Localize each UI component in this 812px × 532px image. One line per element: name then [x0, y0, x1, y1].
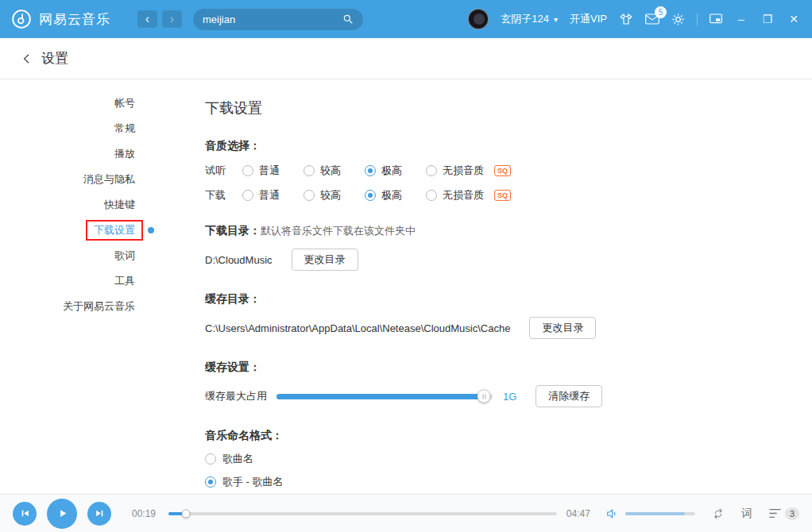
search-input[interactable] — [203, 13, 342, 25]
username[interactable]: 玄阴子124 — [501, 12, 549, 26]
radio-label: 普通 — [259, 164, 280, 178]
radio-icon[interactable] — [365, 165, 376, 176]
download-dir-label: 下载目录：默认将音乐文件下载在该文件夹中 — [205, 224, 788, 238]
sidebar-item-download-settings[interactable]: 下载设置 — [0, 218, 156, 243]
quality-group: 音质选择： 试听 普通 较高 极高 无损音质SQ 下载 普通 较高 极高 无损音… — [205, 139, 788, 202]
cache-slider-handle[interactable] — [478, 390, 491, 403]
app-window: 网易云音乐 ‹ › 玄阴子124 ▾ 开通VIP — [0, 0, 812, 532]
forward-button[interactable]: › — [162, 10, 182, 28]
sidebar-item-about[interactable]: 关于网易云音乐 — [0, 294, 156, 319]
sidebar-item-label: 消息与隐私 — [83, 172, 135, 187]
mail-badge: 5 — [655, 6, 667, 18]
playlist-icon[interactable]: 3 — [768, 507, 799, 520]
cache-dir-path: C:\Users\Administrator\AppData\Local\Net… — [205, 322, 510, 334]
settings-gear-icon[interactable] — [671, 13, 685, 26]
settings-main: 帐号 常规 播放 消息与隐私 快捷键 下载设置 歌词 工具 关于网易云音乐 下载… — [0, 79, 812, 494]
search-box[interactable] — [193, 9, 363, 30]
mail-icon[interactable]: 5 — [645, 13, 659, 25]
maximize-icon[interactable]: ❐ — [760, 13, 775, 25]
sidebar-item-tools[interactable]: 工具 — [0, 268, 156, 294]
back-icon: ‹ — [145, 13, 149, 25]
radio-download-extreme[interactable]: 极高 — [365, 188, 426, 202]
radio-listen-lossless[interactable]: 无损音质SQ — [426, 164, 511, 178]
radio-label: 歌手 - 歌曲名 — [222, 475, 284, 489]
back-button[interactable]: ‹ — [137, 10, 157, 28]
radio-label: 普通 — [259, 188, 280, 202]
radio-naming-artist-song[interactable]: 歌手 - 歌曲名 — [205, 475, 788, 489]
mini-player-icon[interactable] — [710, 13, 722, 25]
vip-link[interactable]: 开通VIP — [570, 12, 607, 26]
settings-sidebar: 帐号 常规 播放 消息与隐私 快捷键 下载设置 歌词 工具 关于网易云音乐 — [0, 79, 156, 494]
cache-size-slider[interactable] — [276, 394, 493, 399]
volume-slider[interactable] — [625, 512, 695, 515]
repeat-mode-icon[interactable] — [711, 507, 725, 521]
sidebar-item-lyrics[interactable]: 歌词 — [0, 243, 156, 268]
cache-slider-label: 缓存最大占用 — [205, 389, 267, 403]
search-icon[interactable] — [342, 13, 354, 25]
radio-icon[interactable] — [242, 165, 253, 176]
progress-slider[interactable] — [168, 512, 557, 515]
page-header: 设置 — [0, 38, 812, 79]
minimize-icon[interactable]: – — [734, 13, 748, 25]
radio-icon[interactable] — [426, 165, 437, 176]
sidebar-item-label: 工具 — [114, 274, 135, 288]
change-download-dir-button[interactable]: 更改目录 — [292, 249, 358, 271]
quality-row-listen: 试听 普通 较高 极高 无损音质SQ — [205, 164, 788, 178]
radio-label: 极高 — [381, 164, 402, 178]
clear-cache-button[interactable]: 清除缓存 — [536, 385, 602, 407]
radio-label: 无损音质 — [443, 164, 484, 178]
volume-icon[interactable] — [605, 507, 619, 520]
sidebar-item-general[interactable]: 常规 — [0, 116, 156, 141]
radio-label: 无损音质 — [443, 188, 484, 202]
next-track-button[interactable] — [87, 502, 111, 526]
quality-row-label: 下载 — [205, 188, 242, 202]
radio-icon[interactable] — [365, 190, 376, 201]
progress-handle[interactable] — [182, 509, 191, 518]
skin-icon[interactable] — [619, 12, 633, 26]
radio-listen-normal[interactable]: 普通 — [242, 164, 304, 178]
netease-logo-icon — [11, 9, 32, 29]
avatar[interactable] — [468, 9, 489, 29]
caret-down-icon[interactable]: ▾ — [554, 15, 558, 24]
close-icon[interactable]: ✕ — [787, 13, 801, 25]
download-dir-group: 下载目录：默认将音乐文件下载在该文件夹中 D:\CloudMusic 更改目录 — [205, 224, 788, 271]
download-dir-row: D:\CloudMusic 更改目录 — [205, 249, 788, 271]
app-logo[interactable]: 网易云音乐 — [11, 9, 110, 29]
previous-track-button[interactable] — [13, 502, 37, 526]
back-chevron-icon[interactable] — [21, 52, 33, 65]
radio-icon[interactable] — [304, 190, 315, 201]
sidebar-item-privacy[interactable]: 消息与隐私 — [0, 167, 156, 192]
change-cache-dir-button[interactable]: 更改目录 — [529, 317, 596, 339]
player-bar: 00:19 04:47 词 3 — [0, 494, 812, 532]
quality-row-download: 下载 普通 较高 极高 无损音质SQ — [205, 188, 788, 202]
radio-download-normal[interactable]: 普通 — [242, 188, 304, 202]
forward-icon: › — [170, 13, 174, 25]
lyrics-icon[interactable]: 词 — [741, 507, 752, 521]
radio-icon[interactable] — [304, 165, 315, 176]
cache-dir-row: C:\Users\Administrator\AppData\Local\Net… — [205, 317, 788, 339]
radio-icon[interactable] — [205, 476, 216, 488]
cache-settings-label: 缓存设置： — [205, 360, 788, 375]
radio-icon[interactable] — [205, 453, 216, 465]
sidebar-item-account[interactable]: 帐号 — [0, 91, 156, 116]
radio-listen-higher[interactable]: 较高 — [304, 164, 365, 178]
radio-naming-song[interactable]: 歌曲名 — [205, 452, 788, 466]
sidebar-item-label: 帐号 — [114, 96, 135, 110]
volume-fill — [625, 512, 685, 515]
page-title: 设置 — [41, 49, 68, 67]
radio-listen-extreme[interactable]: 极高 — [365, 164, 426, 178]
play-button[interactable] — [47, 499, 77, 529]
sidebar-item-shortcuts[interactable]: 快捷键 — [0, 192, 156, 218]
sq-badge-icon: SQ — [494, 165, 511, 176]
previous-icon — [20, 508, 30, 519]
radio-icon[interactable] — [426, 190, 437, 201]
radio-download-lossless[interactable]: 无损音质SQ — [426, 188, 511, 202]
next-icon — [95, 508, 105, 519]
sidebar-item-playback[interactable]: 播放 — [0, 141, 156, 167]
radio-icon[interactable] — [242, 190, 253, 201]
radio-download-higher[interactable]: 较高 — [304, 188, 365, 202]
settings-content: 下载设置 音质选择： 试听 普通 较高 极高 无损音质SQ 下载 普通 较高 极… — [156, 79, 812, 494]
annotation-red-box: 下载设置 — [86, 220, 143, 241]
sidebar-item-label: 播放 — [114, 147, 135, 161]
download-dir-label-bold: 下载目录： — [205, 224, 261, 237]
